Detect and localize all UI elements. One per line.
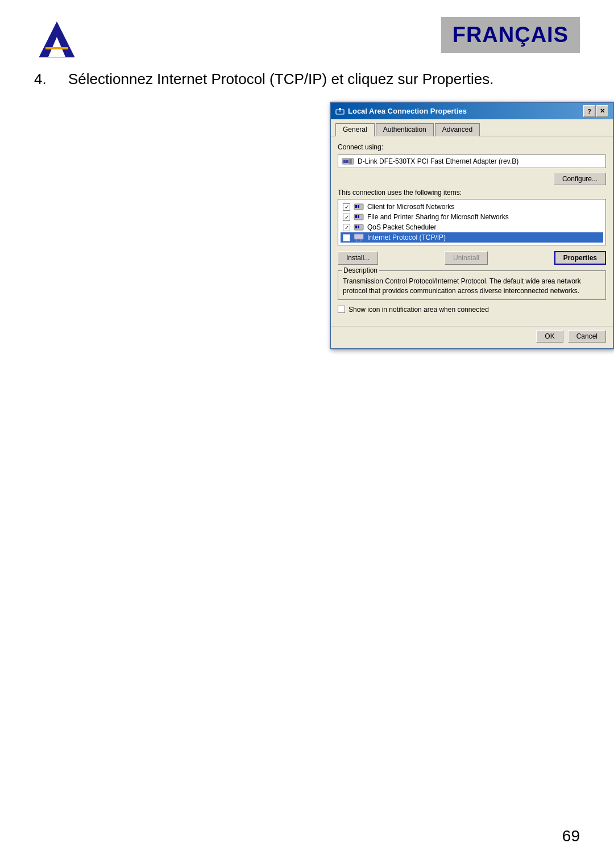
svg-rect-21 bbox=[354, 234, 363, 239]
list-item[interactable]: ✓ Client for Microsoft Networks bbox=[341, 202, 603, 212]
description-legend: Description bbox=[342, 266, 379, 274]
description-text: Transmission Control Protocol/Internet P… bbox=[343, 277, 601, 296]
dialog-title: Local Area Connection Properties bbox=[348, 107, 467, 115]
dialog-body: Connect using: D-Link DFE-530TX PCI Fast… bbox=[331, 136, 613, 326]
svg-rect-13 bbox=[355, 205, 357, 208]
svg-rect-11 bbox=[351, 159, 352, 164]
item-icon-4 bbox=[354, 233, 364, 241]
uses-label: This connection uses the following items… bbox=[338, 189, 606, 197]
language-text: FRANÇAIS bbox=[453, 23, 569, 47]
item-label-1: Client for Microsoft Networks bbox=[367, 203, 454, 211]
configure-button[interactable]: Configure... bbox=[554, 173, 606, 185]
list-item[interactable]: ✓ File and Printer Sharing for Microsoft… bbox=[341, 212, 603, 222]
list-item-tcpip[interactable]: ✓ Internet Protocol (TCP/IP) bbox=[341, 232, 603, 243]
tab-advanced[interactable]: Advanced bbox=[435, 123, 480, 136]
svg-rect-9 bbox=[349, 159, 350, 164]
item-checkbox-1[interactable]: ✓ bbox=[343, 203, 350, 211]
item-icon-3 bbox=[354, 223, 364, 231]
uninstall-button[interactable]: Uninstall bbox=[445, 251, 488, 265]
adapter-name: D-Link DFE-530TX PCI Fast Ethernet Adapt… bbox=[358, 157, 518, 165]
svg-rect-10 bbox=[350, 159, 351, 164]
items-list[interactable]: ✓ Client for Microsoft Networks ✓ File a… bbox=[338, 199, 606, 245]
step-instruction: 4. Sélectionnez Internet Protocol (TCP/I… bbox=[0, 62, 614, 102]
item-icon-2 bbox=[354, 213, 364, 221]
item-label-4: Internet Protocol (TCP/IP) bbox=[367, 233, 446, 241]
dialog-window: Local Area Connection Properties ? ✕ Gen… bbox=[330, 102, 614, 349]
ok-button[interactable]: OK bbox=[536, 330, 563, 343]
titlebar-left: Local Area Connection Properties bbox=[335, 107, 467, 116]
header: FRANÇAIS bbox=[0, 0, 614, 62]
svg-rect-20 bbox=[358, 226, 359, 228]
titlebar-controls: ? ✕ bbox=[583, 105, 608, 117]
install-button[interactable]: Install... bbox=[338, 251, 378, 265]
svg-rect-16 bbox=[355, 215, 357, 218]
list-item[interactable]: ✓ QoS Packet Scheduler bbox=[341, 222, 603, 232]
tab-authentication[interactable]: Authentication bbox=[376, 123, 434, 136]
dialog-titlebar: Local Area Connection Properties ? ✕ bbox=[331, 103, 613, 119]
step-number: 4. bbox=[34, 68, 57, 90]
page-number: 69 bbox=[562, 827, 580, 845]
language-badge: FRANÇAIS bbox=[441, 17, 580, 53]
svg-rect-17 bbox=[358, 215, 359, 218]
svg-rect-8 bbox=[346, 160, 349, 163]
action-buttons: Install... Uninstall Properties bbox=[338, 251, 606, 265]
adapter-row: D-Link DFE-530TX PCI Fast Ethernet Adapt… bbox=[338, 155, 606, 168]
item-label-2: File and Printer Sharing for Microsoft N… bbox=[367, 213, 509, 221]
adapter-icon bbox=[342, 157, 354, 166]
description-group: Description Transmission Control Protoco… bbox=[338, 270, 606, 300]
tab-bar: General Authentication Advanced bbox=[331, 119, 613, 136]
titlebar-network-icon bbox=[335, 107, 345, 116]
logo-icon bbox=[34, 17, 80, 62]
svg-rect-14 bbox=[358, 205, 359, 208]
item-checkbox-2[interactable]: ✓ bbox=[343, 214, 350, 221]
show-icon-checkbox[interactable] bbox=[338, 306, 345, 313]
item-checkbox-4[interactable]: ✓ bbox=[343, 234, 350, 241]
close-button[interactable]: ✕ bbox=[596, 105, 608, 117]
configure-row: Configure... bbox=[338, 173, 606, 185]
show-icon-label: Show icon in notification area when conn… bbox=[349, 306, 489, 314]
help-button[interactable]: ? bbox=[583, 105, 595, 117]
properties-button[interactable]: Properties bbox=[554, 251, 606, 265]
dialog-footer: OK Cancel bbox=[331, 326, 613, 348]
item-label-3: QoS Packet Scheduler bbox=[367, 223, 436, 231]
step-content: Sélectionnez Internet Protocol (TCP/IP) … bbox=[68, 68, 494, 90]
cancel-button[interactable]: Cancel bbox=[568, 330, 606, 343]
show-icon-row[interactable]: Show icon in notification area when conn… bbox=[338, 306, 606, 314]
svg-rect-7 bbox=[343, 160, 346, 163]
item-checkbox-3[interactable]: ✓ bbox=[343, 224, 350, 231]
item-icon-1 bbox=[354, 203, 364, 211]
tab-general[interactable]: General bbox=[335, 123, 375, 136]
svg-rect-19 bbox=[355, 226, 357, 228]
connect-using-label: Connect using: bbox=[338, 143, 606, 151]
